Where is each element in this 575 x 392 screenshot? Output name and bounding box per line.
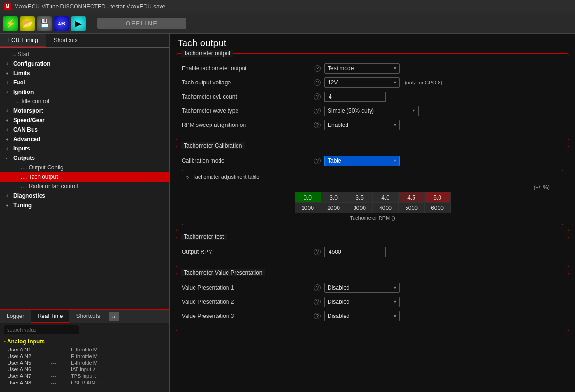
- expand-icon: +: [6, 61, 11, 67]
- output-rpm-help-icon[interactable]: ?: [314, 249, 321, 255]
- rpm-sweep-help-icon[interactable]: ?: [314, 122, 321, 128]
- vp2-select[interactable]: Disabled Enabled: [324, 297, 400, 307]
- cyl-help-icon[interactable]: ?: [314, 93, 321, 100]
- sidebar-item-inputs[interactable]: + Inputs: [0, 144, 169, 153]
- calibration-mode-select[interactable]: Table None Custom: [324, 156, 400, 166]
- sidebar-item-configuration[interactable]: + Configuration: [0, 59, 169, 68]
- search-input[interactable]: [4, 325, 79, 334]
- tab-shortcuts[interactable]: Shortcuts: [46, 34, 86, 47]
- sidebar-item-tuning[interactable]: + Tuning: [0, 200, 169, 210]
- tab-realtime[interactable]: Real Time: [31, 310, 69, 323]
- title-bar: M MaxxECU MTune DISCONNECTED - testar.Ma…: [0, 0, 575, 13]
- sidebar: ECU Tuning Shortcuts ... Start + Configu…: [0, 34, 170, 392]
- expand-icon: +: [6, 137, 11, 142]
- wave-help-icon[interactable]: ?: [314, 108, 321, 114]
- voltage-select[interactable]: 12V 5V: [324, 77, 400, 88]
- enable-help-icon[interactable]: ?: [314, 65, 321, 72]
- connect-button[interactable]: ⚡: [3, 16, 18, 31]
- table-cell-rpm: 1000: [295, 203, 321, 213]
- toolbar: ⚡ 📂 💾 AB ▶ OFFLINE: [0, 13, 575, 34]
- save-button[interactable]: 💾: [37, 16, 52, 31]
- table-cell[interactable]: 4.0: [372, 192, 398, 203]
- wave-type-select-wrapper: Simple (50% duty) Complex: [324, 106, 419, 116]
- enable-tachometer-select[interactable]: Test mode Disabled Enabled: [324, 63, 400, 74]
- bottom-tabs: Logger Real Time Shortcuts a: [0, 310, 169, 323]
- content-area: Tach output Tachometer output Enable tac…: [170, 34, 575, 392]
- section-title-test: Tachometer test: [181, 234, 227, 240]
- sidebar-item-can-bus[interactable]: + CAN Bus: [0, 125, 169, 134]
- extra-tab[interactable]: a: [109, 312, 119, 321]
- enable-tachometer-select-wrapper: Test mode Disabled Enabled: [324, 63, 400, 74]
- play-button[interactable]: ▶: [71, 16, 86, 31]
- sidebar-item-output-config[interactable]: .... Output Config: [0, 163, 169, 172]
- expand-icon: +: [6, 90, 11, 95]
- vp1-help-icon[interactable]: ?: [314, 284, 321, 291]
- voltage-help-icon[interactable]: ?: [314, 79, 321, 86]
- sidebar-item-ignition[interactable]: + Ignition: [0, 87, 169, 97]
- list-item: User AIN2 --- E-throttle M: [4, 353, 166, 359]
- expand-icon: +: [6, 80, 11, 85]
- table-cell-rpm: 6000: [424, 203, 450, 213]
- table-cell[interactable]: 3.0: [321, 192, 347, 203]
- rpm-sweep-label: RPM sweep at ignition on: [182, 122, 314, 128]
- tab-shortcuts-bottom[interactable]: Shortcuts: [69, 310, 107, 323]
- sidebar-label: Ignition: [13, 89, 34, 95]
- vp2-select-wrapper: Disabled Enabled: [324, 297, 400, 307]
- tab-ecu-tuning[interactable]: ECU Tuning: [0, 34, 46, 47]
- sidebar-label: Inputs: [13, 145, 30, 152]
- expand-icon: +: [6, 203, 11, 208]
- sidebar-label: .... Output Config: [21, 164, 64, 171]
- wave-type-select[interactable]: Simple (50% duty) Complex: [324, 106, 419, 116]
- expand-icon: +: [6, 118, 11, 123]
- app-icon: M: [4, 3, 11, 10]
- page-title: Tach output: [176, 38, 569, 49]
- table-cell[interactable]: 4.5: [398, 192, 424, 203]
- vp3-help-icon[interactable]: ?: [314, 313, 321, 319]
- sidebar-label: .... Tach output: [21, 174, 58, 180]
- cyl-count-input[interactable]: [324, 92, 386, 102]
- table-help-icon[interactable]: ?: [186, 175, 189, 181]
- tachometer-test-section: Tachometer test Output RPM ?: [176, 237, 569, 267]
- vp3-select[interactable]: Disabled Enabled: [324, 311, 400, 321]
- enable-tachometer-row: Enable tachometer output ? Test mode Dis…: [182, 63, 563, 74]
- sidebar-item-speed-gear[interactable]: + Speed/Gear: [0, 116, 169, 125]
- output-rpm-row: Output RPM ?: [182, 247, 563, 257]
- open-button[interactable]: 📂: [20, 16, 35, 31]
- vp1-label: Value Presentation 1: [182, 284, 314, 291]
- sidebar-item-motorsport[interactable]: + Motorsport: [0, 106, 169, 116]
- sidebar-item-start[interactable]: ... Start: [0, 50, 169, 59]
- output-rpm-input[interactable]: [324, 247, 386, 257]
- cyl-count-row: Tachometer cyl. count ?: [182, 92, 563, 102]
- vp2-help-icon[interactable]: ?: [314, 299, 321, 305]
- calibration-table: 0.0 3.0 3.5 4.0 4.5 5.0 1000 2000 3000 4…: [295, 192, 451, 213]
- tab-logger[interactable]: Logger: [0, 310, 31, 323]
- enable-tachometer-label: Enable tachometer output: [182, 65, 314, 72]
- sidebar-label: Limits: [13, 70, 30, 76]
- bottom-panel: Logger Real Time Shortcuts a - Analog In…: [0, 309, 169, 392]
- table-cell[interactable]: 0.0: [295, 192, 321, 203]
- sidebar-item-advanced[interactable]: + Advanced: [0, 134, 169, 144]
- section-title-presentation: Tachometer Value Presentation: [181, 269, 265, 276]
- tachometer-output-body: Enable tachometer output ? Test mode Dis…: [176, 58, 569, 140]
- test-body: Output RPM ?: [176, 242, 569, 267]
- table-cell[interactable]: 5.0: [424, 192, 450, 203]
- rpm-sweep-row: RPM sweep at ignition on ? Enabled Disab…: [182, 120, 563, 130]
- calibration-help-icon[interactable]: ?: [314, 158, 321, 164]
- calibration-mode-select-wrapper: Table None Custom: [324, 156, 400, 166]
- ab-button[interactable]: AB: [54, 16, 69, 31]
- rpm-axis-label: Tachometer RPM (): [186, 215, 559, 221]
- table-cell[interactable]: 3.5: [347, 192, 372, 203]
- search-bar: [0, 323, 169, 336]
- analog-header: - Analog Inputs: [4, 338, 166, 345]
- sidebar-item-diagnostics[interactable]: + Diagnostics: [0, 191, 169, 200]
- vp3-label: Value Presentation 3: [182, 313, 314, 319]
- rpm-sweep-select[interactable]: Enabled Disabled: [324, 120, 400, 130]
- sidebar-item-radiator-fan[interactable]: .... Radiator fan control: [0, 182, 169, 191]
- sidebar-item-tach-output[interactable]: .... Tach output: [0, 172, 169, 182]
- sidebar-label: Diagnostics: [13, 192, 45, 199]
- sidebar-item-idle-control[interactable]: ... Idle control: [0, 97, 169, 106]
- sidebar-item-outputs[interactable]: - Outputs: [0, 153, 169, 163]
- sidebar-item-limits[interactable]: + Limits: [0, 68, 169, 78]
- sidebar-item-fuel[interactable]: + Fuel: [0, 78, 169, 87]
- vp1-select[interactable]: Disabled Enabled: [324, 283, 400, 293]
